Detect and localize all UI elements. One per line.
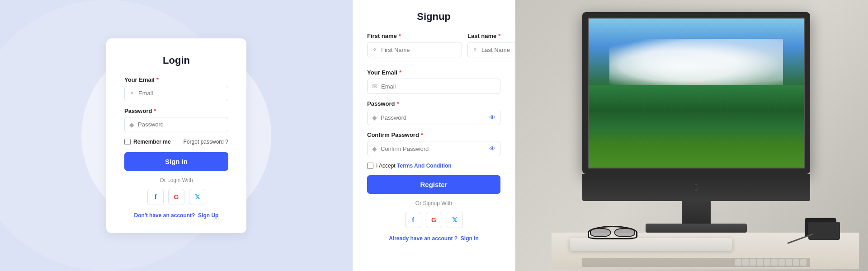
first-name-user-icon: ⚬ [372, 46, 377, 53]
last-name-user-icon: ⚬ [472, 46, 478, 53]
facebook-signup-button[interactable]: f [405, 212, 421, 228]
login-title: Login [124, 55, 228, 66]
remember-left: Remember me [124, 139, 171, 145]
social-login-row: f G 𝕏 [124, 189, 228, 205]
confirm-password-label: Confirm Password* [367, 131, 500, 138]
terms-text: I Accept Terms And Condition [376, 163, 452, 169]
signup-email-input[interactable] [381, 83, 495, 90]
last-name-required-star: * [498, 33, 500, 39]
confirm-password-eye-icon[interactable]: 👁 [489, 145, 495, 152]
dock-icon-9 [793, 259, 799, 266]
signup-password-label: Password* [367, 100, 500, 107]
glasses-lens-left [590, 228, 611, 237]
imac-frame [582, 12, 810, 174]
dock-icon-4 [757, 259, 763, 266]
terms-link[interactable]: Terms And Condition [397, 163, 452, 169]
signup-panel: Signup First name* ⚬ Last name* ⚬ Your E… [353, 0, 515, 271]
signup-password-input-wrapper: ◆ 👁 [367, 110, 500, 125]
signup-title: Signup [367, 11, 500, 23]
last-name-input-wrapper: ⚬ [467, 42, 515, 57]
signup-password-required-star: * [396, 100, 399, 107]
desk-background:  [515, 0, 868, 271]
signup-password-eye-icon[interactable]: 👁 [489, 114, 495, 121]
user-icon: ⚬ [129, 90, 135, 97]
forgot-password-link[interactable]: Forgot password ? [184, 139, 228, 145]
password-input[interactable] [138, 121, 223, 128]
imac-chin:  [582, 174, 810, 201]
signin-link[interactable]: Sign in [461, 235, 479, 242]
last-name-field-group: Last name* ⚬ [467, 33, 515, 64]
first-name-label: First name* [367, 33, 462, 39]
twitter-login-button[interactable]: 𝕏 [189, 189, 205, 205]
signup-password-input[interactable] [381, 114, 486, 121]
signup-lock-icon: ◆ [372, 114, 377, 121]
email-envelope-icon: ✉ [372, 83, 377, 90]
last-name-label: Last name* [467, 33, 515, 39]
email-input-wrapper: ⚬ [124, 86, 228, 101]
or-login-text: Or Login With [124, 177, 228, 183]
confirm-password-input[interactable] [381, 145, 486, 152]
imac-panel:  [515, 0, 868, 271]
dock-icon-3 [750, 259, 756, 266]
or-signup-text: Or Signup With [367, 200, 500, 206]
lock-icon: ◆ [129, 121, 134, 128]
confirm-password-input-wrapper: ◆ 👁 [367, 141, 500, 156]
glasses-lens-right [614, 228, 635, 237]
password-required-star: * [154, 107, 156, 114]
password-label: Password* [124, 107, 228, 114]
login-panel: Login Your Email* ⚬ Password* ◆ Remember… [0, 0, 353, 271]
name-row: First name* ⚬ Last name* ⚬ [367, 33, 500, 69]
email-required-star: * [156, 76, 159, 83]
signin-prompt: Already have an account ? Sign in [367, 235, 500, 242]
terms-row: I Accept Terms And Condition [367, 163, 500, 169]
social-signup-row: f G 𝕏 [367, 212, 500, 228]
last-name-input[interactable] [481, 47, 515, 53]
first-name-field-group: First name* ⚬ [367, 33, 462, 64]
dock-icon-10 [800, 259, 807, 266]
confirm-password-field-group: Confirm Password* ◆ 👁 [367, 131, 500, 156]
signup-prompt: Don't have an account? Sign Up [124, 212, 228, 219]
password-field-group: Password* ◆ [124, 107, 228, 132]
first-name-required-star: * [399, 33, 401, 39]
remember-label: Remember me [133, 139, 171, 145]
imac-base [646, 224, 747, 233]
signup-link[interactable]: Sign Up [198, 212, 218, 219]
imac-display:  [552, 16, 859, 269]
dock-icon-5 [764, 259, 770, 266]
apple-logo-icon:  [694, 182, 698, 193]
confirm-password-required-star: * [421, 131, 423, 138]
email-input[interactable] [138, 90, 223, 97]
terms-checkbox[interactable] [367, 163, 373, 169]
signup-email-required-star: * [399, 69, 401, 76]
email-field-group: Your Email* ⚬ [124, 76, 228, 101]
email-label: Your Email* [124, 76, 228, 83]
device-card-2 [808, 222, 840, 240]
signup-email-field-group: Your Email* ✉ [367, 69, 500, 94]
password-input-wrapper: ◆ [124, 117, 228, 132]
imac-stand [682, 200, 711, 227]
google-signup-button[interactable]: G [426, 212, 442, 228]
dock-icon-8 [786, 259, 792, 266]
dock-icon-2 [742, 259, 749, 266]
remember-row: Remember me Forgot password ? [124, 139, 228, 145]
dock-icon-6 [771, 259, 778, 266]
first-name-input-wrapper: ⚬ [367, 42, 462, 57]
login-card: Login Your Email* ⚬ Password* ◆ Remember… [106, 38, 246, 233]
confirm-lock-icon: ◆ [372, 145, 377, 152]
device-stack [805, 218, 841, 241]
register-button[interactable]: Register [367, 175, 500, 194]
dock-icon-7 [778, 259, 785, 266]
signup-email-input-wrapper: ✉ [367, 79, 500, 94]
remember-checkbox[interactable] [124, 139, 131, 145]
signup-email-label: Your Email* [367, 69, 500, 76]
first-name-input[interactable] [381, 47, 457, 53]
signin-button[interactable]: Sign in [124, 152, 228, 171]
twitter-signup-button[interactable]: 𝕏 [447, 212, 463, 228]
glasses [588, 226, 642, 244]
glasses-frame [588, 226, 637, 239]
google-login-button[interactable]: G [168, 189, 184, 205]
dock-icon-1 [735, 259, 741, 266]
facebook-login-button[interactable]: f [147, 189, 164, 205]
signup-password-field-group: Password* ◆ 👁 [367, 100, 500, 125]
imac-dock [582, 258, 810, 267]
